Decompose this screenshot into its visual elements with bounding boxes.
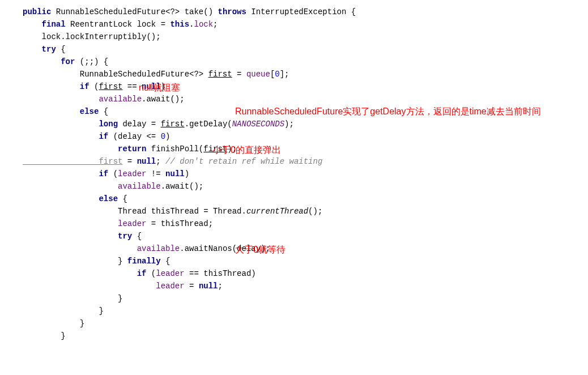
code-line: first = null; // don't retain ref while … bbox=[23, 155, 588, 168]
code-line: Thread thisThread = Thread.currentThread… bbox=[23, 205, 588, 218]
code-line: RunnableScheduledFuture<?> first = queue… bbox=[23, 68, 588, 80]
code-line: if (leader != null) bbox=[23, 168, 588, 180]
annotation-getdelay: RunnableScheduledFuture实现了getDelay方法，返回的… bbox=[235, 105, 552, 118]
code-line: lock.lockInterruptibly(); bbox=[23, 31, 588, 43]
keyword-public: public bbox=[23, 7, 51, 16]
code-line: try { bbox=[23, 230, 588, 242]
code-line: } bbox=[23, 305, 588, 317]
code-line: public RunnableScheduledFuture<?> take()… bbox=[23, 6, 588, 18]
code-line: return finishPoll(first); bbox=[23, 143, 588, 155]
code-line: if (first == null) bbox=[23, 80, 588, 93]
code-line: if (delay <= 0) bbox=[23, 130, 588, 143]
code-line: } bbox=[23, 330, 588, 342]
code-line: } bbox=[23, 317, 588, 330]
code-line: if (leader == thisThread) bbox=[23, 267, 588, 280]
code-line: } bbox=[23, 292, 588, 305]
annotation-null-block: null就阻塞 bbox=[139, 82, 180, 94]
code-line: else { bbox=[23, 193, 588, 205]
code-line: } finally { bbox=[23, 255, 588, 267]
code-line: try { bbox=[23, 43, 588, 56]
keyword-throws: throws bbox=[218, 7, 246, 16]
comment: // don't retain ref while waiting bbox=[165, 157, 322, 166]
code-line: available.await(); bbox=[23, 180, 588, 193]
annotation-lt-zero: 小于0的直接弹出 bbox=[212, 144, 281, 156]
annotation-gt-zero: 大于0就等待 bbox=[235, 244, 286, 256]
code-line: available.awaitNanos(delay); bbox=[23, 242, 588, 255]
code-line: leader = thisThread; bbox=[23, 218, 588, 230]
code-line: final ReentrantLock lock = this.lock; bbox=[23, 18, 588, 31]
code-line: leader = null; bbox=[23, 280, 588, 292]
code-line: for (;;) { bbox=[23, 56, 588, 68]
code-line: long delay = first.getDelay(NANOSECONDS)… bbox=[23, 118, 588, 130]
code-line: available.await(); bbox=[23, 93, 588, 105]
